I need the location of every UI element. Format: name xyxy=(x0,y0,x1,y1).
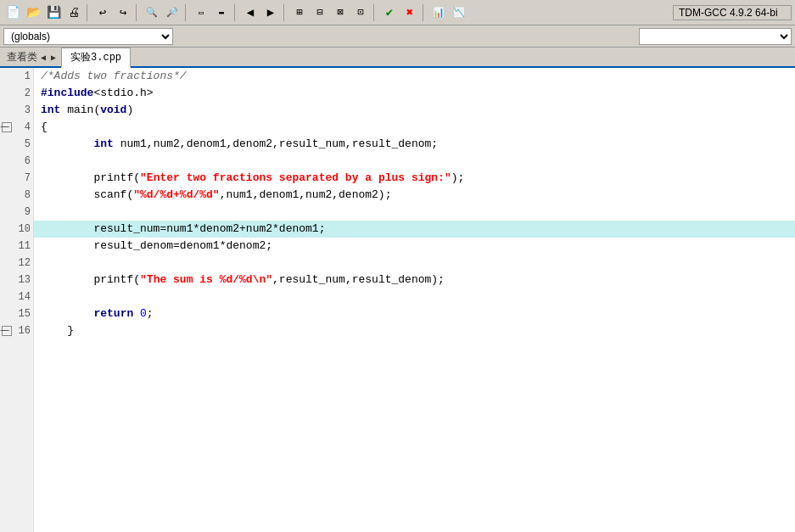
tabs-row: 查看类 ◀ ▶ 实验3.cpp xyxy=(0,48,795,68)
class-browser-text: 查看类 xyxy=(7,50,37,64)
right-dropdown[interactable] xyxy=(639,28,792,45)
next-tab-button[interactable]: ▶ xyxy=(49,53,58,63)
editor-container: 123−456789101112131415−16 /*Adds two fra… xyxy=(0,68,795,532)
rect2-button[interactable]: ▬ xyxy=(212,3,231,22)
line-numbers: 123−456789101112131415−16 xyxy=(0,68,34,532)
tab-exp3[interactable]: 实验3.cpp xyxy=(61,48,131,68)
code-area[interactable]: /*Adds two fractions*/#include<stdio.h>i… xyxy=(34,68,795,532)
code-line-9 xyxy=(34,204,795,221)
sep6 xyxy=(373,4,377,21)
dropdowns-row: (globals) xyxy=(0,25,795,48)
line-num-6: 6 xyxy=(0,153,34,170)
code-line-4: { xyxy=(34,119,795,136)
check-button[interactable]: ✔ xyxy=(380,3,399,22)
code-line-14 xyxy=(34,288,795,305)
search2-button[interactable]: 🔎 xyxy=(163,3,182,22)
grid4-button[interactable]: ⊡ xyxy=(351,3,370,22)
open-button[interactable]: 📂 xyxy=(24,3,42,22)
sep4 xyxy=(234,4,238,21)
globals-dropdown[interactable]: (globals) xyxy=(3,28,173,45)
sep1 xyxy=(87,4,90,21)
line-num-12: 12 xyxy=(0,255,34,272)
class-browser-label: 查看类 ◀ ▶ xyxy=(3,48,61,66)
line-num-1: 1 xyxy=(0,68,34,85)
line-num-8: 8 xyxy=(0,187,34,204)
line-num-15: 15 xyxy=(0,305,34,322)
code-line-3: int main(void) xyxy=(34,102,795,119)
undo-button[interactable]: ↩ xyxy=(93,3,112,22)
grid3-button[interactable]: ⊠ xyxy=(331,3,350,22)
save-button[interactable]: 💾 xyxy=(44,3,63,22)
code-line-2: #include<stdio.h> xyxy=(34,85,795,102)
grid2-button[interactable]: ⊟ xyxy=(311,3,329,22)
back-button[interactable]: ◀ xyxy=(241,3,260,22)
code-line-15: return 0; xyxy=(34,305,795,322)
code-line-13: printf("The sum is %d/%d\n",result_num,r… xyxy=(34,272,795,288)
new-button[interactable]: 📄 xyxy=(3,3,22,22)
line-num-3: 3 xyxy=(0,102,34,119)
search-button[interactable]: 🔍 xyxy=(143,3,161,22)
fwd-button[interactable]: ▶ xyxy=(261,3,280,22)
rect1-button[interactable]: ▭ xyxy=(192,3,210,22)
grid1-button[interactable]: ⊞ xyxy=(290,3,309,22)
sep7 xyxy=(423,4,426,21)
code-line-11: result_denom=denom1*denom2; xyxy=(34,238,795,255)
line-num-2: 2 xyxy=(0,85,34,102)
redo-button[interactable]: ↪ xyxy=(114,3,132,22)
compiler-label: TDM-GCC 4.9.2 64-bi xyxy=(673,5,792,20)
code-line-8: scanf("%d/%d+%d/%d",num1,denom1,num2,den… xyxy=(34,187,795,204)
line-num-13: 13 xyxy=(0,272,34,288)
chart-button[interactable]: 📊 xyxy=(429,3,448,22)
line-num-14: 14 xyxy=(0,288,34,305)
line-num-11: 11 xyxy=(0,238,34,255)
code-line-12 xyxy=(34,255,795,272)
sep5 xyxy=(283,4,287,21)
line-num-16: −16 xyxy=(0,322,34,339)
code-line-7: printf("Enter two fractions separated by… xyxy=(34,170,795,187)
code-line-10: result_num=num1*denom2+num2*denom1; xyxy=(34,221,795,238)
toolbar: 📄 📂 💾 🖨 ↩ ↪ 🔍 🔎 ▭ ▬ ◀ ▶ ⊞ ⊟ ⊠ ⊡ ✔ ✖ 📊 📉 … xyxy=(0,0,795,25)
code-line-16: } xyxy=(34,322,795,339)
line-num-10: 10 xyxy=(0,221,34,238)
code-line-1: /*Adds two fractions*/ xyxy=(34,68,795,85)
line-num-9: 9 xyxy=(0,204,34,221)
line-num-5: 5 xyxy=(0,136,34,153)
code-line-6 xyxy=(34,153,795,170)
sep3 xyxy=(185,4,188,21)
sep2 xyxy=(136,4,139,21)
print-button[interactable]: 🖨 xyxy=(64,3,83,22)
fold-marker-16[interactable]: − xyxy=(2,326,12,336)
code-line-5: int num1,num2,denom1,denom2,result_num,r… xyxy=(34,136,795,153)
line-num-4: −4 xyxy=(0,119,34,136)
prev-tab-button[interactable]: ◀ xyxy=(39,53,48,63)
chart2-button[interactable]: 📉 xyxy=(450,3,468,22)
cross-button[interactable]: ✖ xyxy=(400,3,419,22)
fold-marker-4[interactable]: − xyxy=(2,122,12,132)
line-num-7: 7 xyxy=(0,170,34,187)
